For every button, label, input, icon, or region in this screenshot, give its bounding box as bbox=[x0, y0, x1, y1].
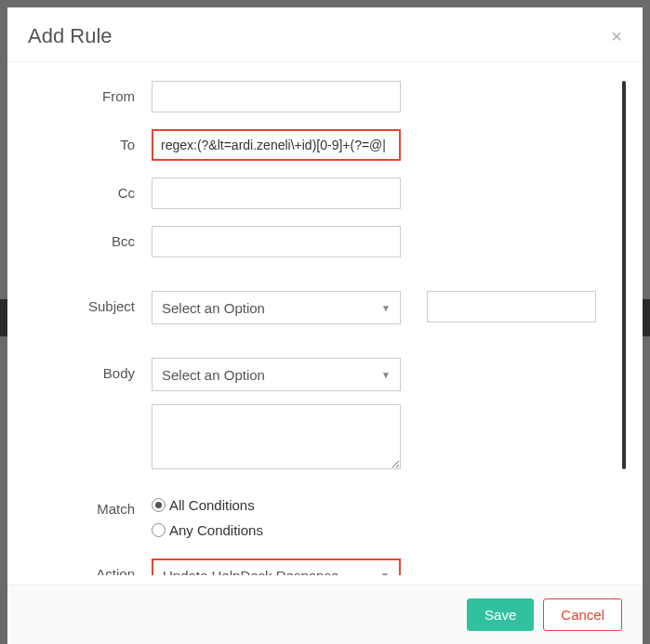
chevron-down-icon: ▼ bbox=[380, 571, 390, 576]
row-body-select: Body Select an Option ▼ bbox=[26, 358, 605, 391]
scrollbar-thumb[interactable] bbox=[622, 81, 626, 469]
label-from: From bbox=[26, 81, 152, 104]
radio-all-conditions[interactable]: All Conditions bbox=[152, 497, 263, 513]
label-action: Action bbox=[26, 559, 152, 575]
row-cc: Cc bbox=[26, 177, 605, 209]
body-textarea[interactable] bbox=[152, 404, 401, 469]
action-select-value: Update HelpDesk Response bbox=[163, 568, 338, 576]
radio-label-all: All Conditions bbox=[169, 497, 255, 513]
chevron-down-icon: ▼ bbox=[381, 303, 391, 313]
row-match: Match All Conditions Any Conditions bbox=[26, 493, 605, 538]
modal-title: Add Rule bbox=[28, 24, 113, 48]
row-body-text bbox=[26, 404, 605, 469]
radio-any-conditions[interactable]: Any Conditions bbox=[152, 522, 263, 538]
close-icon[interactable]: × bbox=[611, 27, 622, 46]
row-to: To bbox=[26, 129, 605, 161]
scroll-area: From To Cc Bcc bbox=[7, 81, 643, 575]
chevron-down-icon: ▼ bbox=[381, 370, 391, 380]
label-match: Match bbox=[26, 493, 152, 517]
row-subject: Subject Select an Option ▼ bbox=[26, 291, 605, 324]
body-select-value: Select an Option bbox=[162, 367, 265, 383]
modal-footer: Save Cancel bbox=[7, 585, 643, 644]
bcc-input[interactable] bbox=[152, 226, 401, 257]
label-cc: Cc bbox=[26, 177, 152, 201]
label-to: To bbox=[26, 129, 152, 152]
to-input[interactable] bbox=[152, 129, 401, 161]
save-button[interactable]: Save bbox=[467, 598, 534, 631]
radio-label-any: Any Conditions bbox=[169, 522, 263, 538]
from-input[interactable] bbox=[152, 81, 401, 112]
row-from: From bbox=[26, 81, 605, 112]
label-body: Body bbox=[26, 358, 152, 381]
modal-header: Add Rule × bbox=[7, 7, 643, 62]
label-subject: Subject bbox=[26, 291, 152, 314]
row-bcc: Bcc bbox=[26, 226, 605, 257]
radio-icon bbox=[152, 498, 166, 512]
cancel-button[interactable]: Cancel bbox=[543, 598, 622, 631]
match-radio-group: All Conditions Any Conditions bbox=[152, 493, 263, 538]
action-select[interactable]: Update HelpDesk Response ▼ bbox=[152, 559, 401, 575]
radio-icon bbox=[152, 523, 166, 537]
scrollbar[interactable] bbox=[622, 81, 626, 573]
subject-select[interactable]: Select an Option ▼ bbox=[152, 291, 401, 324]
add-rule-modal: Add Rule × From To Cc bbox=[7, 7, 643, 644]
body-select[interactable]: Select an Option ▼ bbox=[152, 358, 401, 391]
subject-select-value: Select an Option bbox=[162, 300, 265, 316]
label-bcc: Bcc bbox=[26, 226, 152, 249]
subject-text-input[interactable] bbox=[427, 291, 596, 322]
modal-body: From To Cc Bcc bbox=[7, 62, 643, 585]
cc-input[interactable] bbox=[152, 177, 401, 209]
row-action: Action Update HelpDesk Response ▼ bbox=[26, 559, 605, 575]
